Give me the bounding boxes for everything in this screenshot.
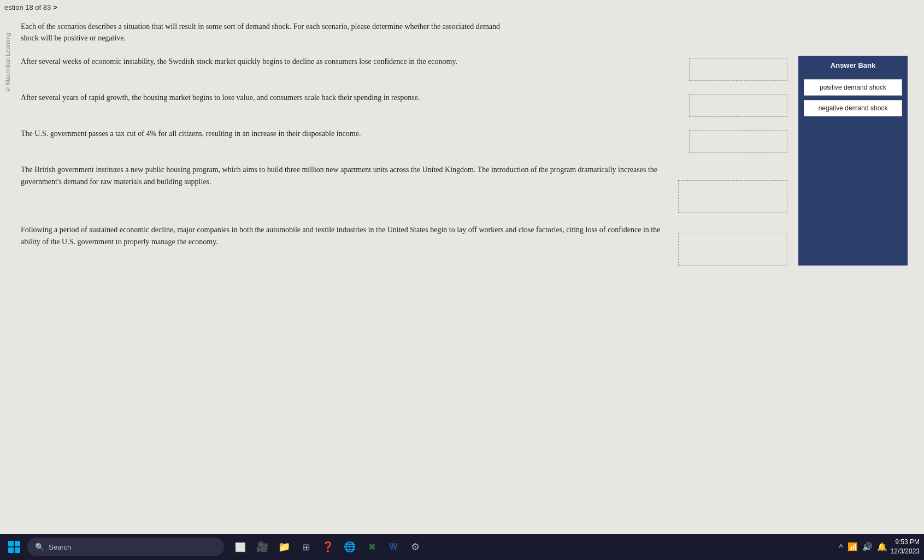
search-bar[interactable]: 🔍 Search <box>27 538 224 556</box>
search-label: Search <box>49 543 71 551</box>
folder-icon: 📁 <box>278 541 290 553</box>
grid-icon: ⊞ <box>303 542 310 552</box>
clock-date: 12/3/2023 <box>891 547 920 556</box>
taskbar-icons: ⬜ 🎥 📁 ⊞ ❓ 🌐 ✖ W ⚙ <box>231 537 425 557</box>
clock-time: 9:53 PM <box>891 538 920 547</box>
task-view-icon: ⬜ <box>235 542 246 552</box>
question-instruction: Each of the scenarios describes a situat… <box>21 21 513 44</box>
help-icon: ❓ <box>322 541 334 553</box>
windows-icon <box>8 541 20 553</box>
scenario-text-2: After several years of rapid growth, the… <box>21 92 681 104</box>
settings-icon: ⚙ <box>411 541 420 553</box>
settings-button[interactable]: ⚙ <box>405 537 425 557</box>
edge-button[interactable]: 🌐 <box>340 537 360 557</box>
file-explorer-button[interactable]: 📁 <box>274 537 294 557</box>
edge-icon: 🌐 <box>344 541 356 553</box>
notification-icon[interactable]: 🔔 <box>877 542 887 552</box>
scenario-row-2: After several years of rapid growth, the… <box>21 92 787 117</box>
chip-positive[interactable]: positive demand shock <box>804 79 902 96</box>
drop-zone-3[interactable] <box>689 130 787 153</box>
system-tray: ^ 📶 🔊 🔔 <box>839 542 887 552</box>
taskbar-right: ^ 📶 🔊 🔔 9:53 PM 12/3/2023 <box>839 538 920 556</box>
excel-icon: ✖ <box>368 542 375 552</box>
scenario-text-4: The British government institutes a new … <box>21 164 670 187</box>
word-icon: W <box>389 542 397 552</box>
scenario-text-5: Following a period of sustained economic… <box>21 224 670 247</box>
drop-zone-4[interactable] <box>678 180 787 213</box>
drop-zone-5[interactable] <box>678 233 787 266</box>
chevron-up-icon[interactable]: ^ <box>839 543 843 552</box>
scenarios-list: After several weeks of economic instabil… <box>21 56 787 266</box>
answer-bank: Answer Bank positive demand shock negati… <box>798 56 908 266</box>
network-icon[interactable]: 📶 <box>848 542 858 552</box>
answer-bank-header: Answer Bank <box>798 56 908 75</box>
camera-icon: 🎥 <box>256 541 268 553</box>
start-button[interactable] <box>4 537 24 557</box>
scenario-text-1: After several weeks of economic instabil… <box>21 56 681 68</box>
chip-negative[interactable]: negative demand shock <box>804 100 902 116</box>
search-icon: 🔍 <box>35 543 44 552</box>
content-area: Each of the scenarios describes a situat… <box>15 0 924 534</box>
speaker-icon[interactable]: 🔊 <box>862 542 873 552</box>
drop-zone-2[interactable] <box>689 94 787 117</box>
scenario-text-3: The U.S. government passes a tax cut of … <box>21 128 681 140</box>
clock-area[interactable]: 9:53 PM 12/3/2023 <box>891 538 920 556</box>
scenario-row-3: The U.S. government passes a tax cut of … <box>21 128 787 153</box>
taskbar: 🔍 Search ⬜ 🎥 📁 ⊞ ❓ 🌐 ✖ W ⚙ <box>0 534 924 560</box>
scenarios-container: After several weeks of economic instabil… <box>21 56 908 266</box>
scenario-row-5: Following a period of sustained economic… <box>21 224 787 266</box>
task-view-button[interactable]: ⬜ <box>231 537 250 557</box>
word-button[interactable]: W <box>384 537 403 557</box>
scenario-row-4: The British government institutes a new … <box>21 164 787 213</box>
main-content: estion 18 of 83 > © Macmillan Learning E… <box>0 0 924 534</box>
watermark-text: © Macmillan Learning <box>4 33 11 93</box>
camera-button[interactable]: 🎥 <box>252 537 272 557</box>
excel-button[interactable]: ✖ <box>362 537 381 557</box>
drop-zone-1[interactable] <box>689 58 787 81</box>
grid-button[interactable]: ⊞ <box>296 537 316 557</box>
help-button[interactable]: ❓ <box>318 537 338 557</box>
watermark-sidebar: © Macmillan Learning <box>0 0 15 534</box>
scenario-row-1: After several weeks of economic instabil… <box>21 56 787 81</box>
